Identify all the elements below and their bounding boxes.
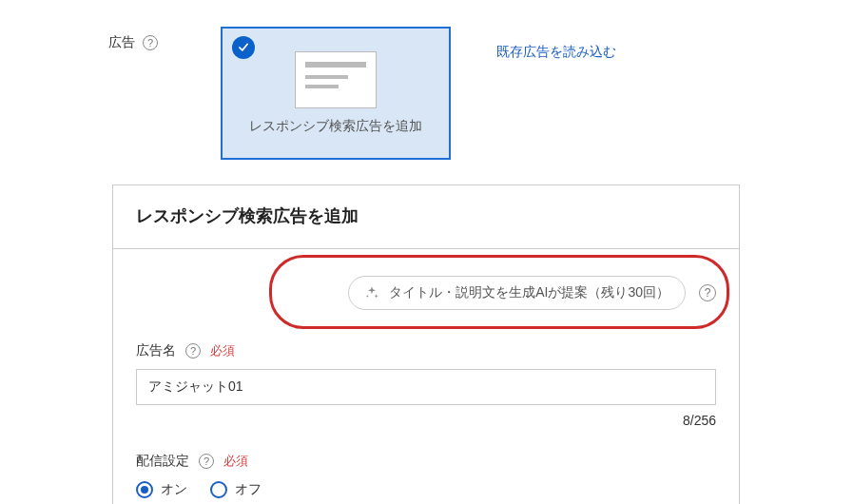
ad-name-label: 広告名 bbox=[136, 342, 176, 359]
ad-editor-panel: レスポンシブ検索広告を追加 タイトル・説明文を生成AIが提案（残り30回） ? … bbox=[112, 184, 740, 504]
help-icon[interactable]: ? bbox=[143, 35, 158, 50]
help-icon[interactable]: ? bbox=[185, 343, 201, 359]
radio-on-label: オン bbox=[161, 481, 187, 498]
delivery-label: 配信設定 bbox=[136, 453, 189, 470]
ad-name-row: 広告名 ? 必須 8/256 bbox=[136, 342, 716, 428]
checkmark-icon bbox=[232, 36, 255, 59]
ai-suggest-row: タイトル・説明文を生成AIが提案（残り30回） ? bbox=[136, 276, 716, 310]
ad-name-counter: 8/256 bbox=[136, 413, 716, 428]
ad-name-input[interactable] bbox=[136, 369, 716, 405]
section-label: 広告 bbox=[108, 34, 135, 51]
help-icon[interactable]: ? bbox=[699, 284, 716, 301]
required-badge: 必須 bbox=[210, 342, 235, 359]
load-existing-ad-link[interactable]: 既存広告を読み込む bbox=[496, 27, 616, 61]
ai-suggest-button[interactable]: タイトル・説明文を生成AIが提案（残り30回） bbox=[348, 276, 686, 310]
delivery-radio-off[interactable]: オフ bbox=[210, 481, 262, 498]
ai-suggest-label: タイトル・説明文を生成AIが提案（残り30回） bbox=[389, 284, 669, 301]
ad-card-label: レスポンシブ検索広告を追加 bbox=[249, 118, 422, 135]
ad-preview-icon bbox=[295, 51, 377, 108]
radio-off-label: オフ bbox=[235, 481, 262, 498]
sparkle-icon bbox=[364, 285, 379, 300]
panel-title: レスポンシブ検索広告を追加 bbox=[113, 185, 739, 248]
section-label-wrap: 広告 ? bbox=[108, 27, 204, 51]
delivery-radio-on[interactable]: オン bbox=[136, 481, 187, 498]
delivery-row: 配信設定 ? 必須 オン オフ bbox=[136, 453, 716, 504]
ad-type-card-responsive-search[interactable]: レスポンシブ検索広告を追加 bbox=[221, 27, 451, 160]
required-badge: 必須 bbox=[223, 453, 248, 470]
help-icon[interactable]: ? bbox=[199, 454, 214, 469]
top-row: 広告 ? レスポンシブ検索広告を追加 既存広告を読み込む bbox=[112, 27, 834, 160]
